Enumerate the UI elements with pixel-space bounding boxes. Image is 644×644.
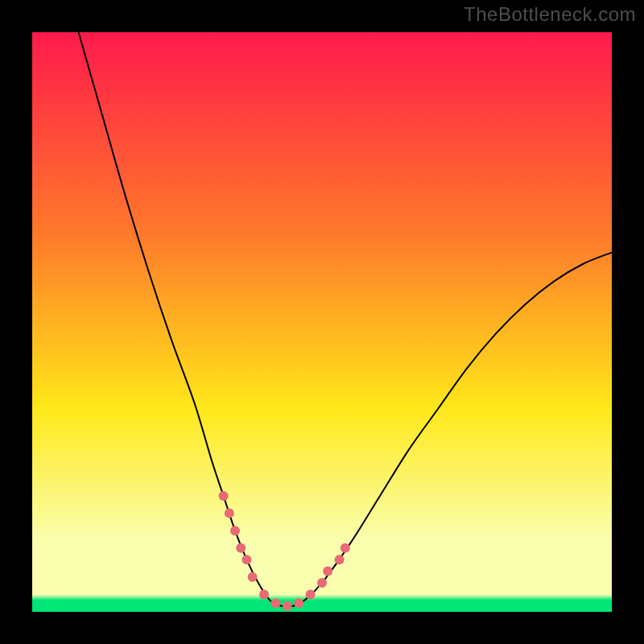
highlight-marker (335, 555, 345, 564)
highlight-marker (248, 572, 258, 582)
highlight-marker (236, 543, 246, 553)
highlight-marker (341, 543, 350, 553)
highlight-marker (317, 578, 327, 588)
highlight-marker (294, 598, 303, 608)
highlight-marker (306, 589, 316, 599)
highlight-marker (323, 567, 332, 576)
chart-frame: TheBottleneck.com (0, 0, 644, 644)
plot-background (32, 32, 612, 612)
highlight-marker (270, 598, 280, 608)
highlight-marker (230, 526, 240, 535)
highlight-marker (242, 555, 251, 564)
highlight-marker (259, 589, 269, 599)
highlight-marker (219, 491, 229, 501)
highlight-marker (283, 601, 292, 611)
bottleneck-plot (32, 32, 612, 612)
watermark-text: TheBottleneck.com (464, 3, 636, 26)
highlight-marker (225, 509, 234, 518)
